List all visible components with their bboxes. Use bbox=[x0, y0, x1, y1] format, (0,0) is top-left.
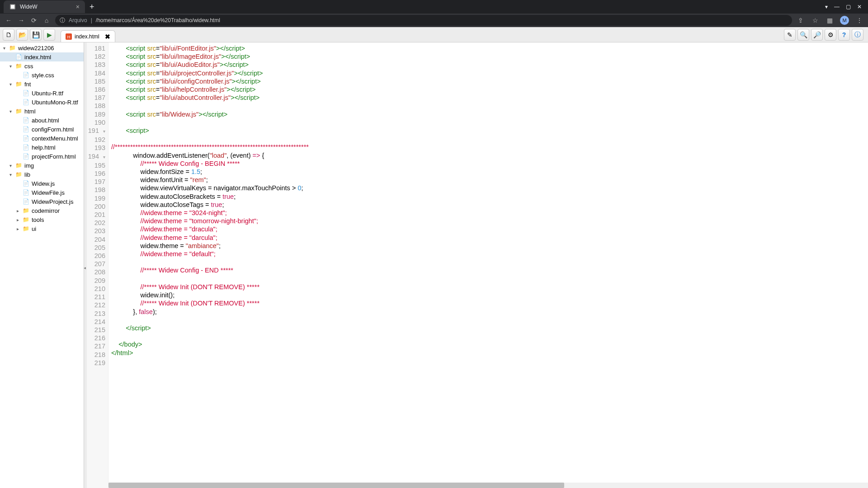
tree-file-UbuntuMono-R.ttf[interactable]: UbuntuMono-R.ttf bbox=[0, 98, 84, 107]
code-line[interactable]: }, false); bbox=[111, 308, 868, 316]
line-number[interactable]: 190 bbox=[87, 118, 105, 127]
save-button[interactable]: 💾 bbox=[30, 29, 42, 41]
tree-file-about.html[interactable]: about.html bbox=[0, 116, 84, 125]
editor-tab-close-button[interactable]: ✖ bbox=[105, 33, 110, 40]
code-line[interactable]: widew.autoCloseTags = true; bbox=[111, 201, 868, 209]
code-line[interactable]: <script src="lib/ui/FontEditor.js"></scr… bbox=[111, 44, 868, 52]
new-tab-button[interactable]: + bbox=[85, 2, 99, 12]
code-line[interactable]: widew.fontUnit = "rem"; bbox=[111, 176, 868, 184]
tab-search-caret-icon[interactable]: ▾ bbox=[825, 4, 828, 10]
line-number[interactable]: 214 bbox=[87, 318, 105, 326]
disclosure-triangle-icon[interactable]: ▸ bbox=[15, 217, 20, 222]
line-number[interactable]: 184 bbox=[87, 69, 105, 77]
tree-folder-lib[interactable]: ▾lib bbox=[0, 170, 84, 179]
code-line[interactable]: //***** Widew Config - BEGIN ***** bbox=[111, 160, 868, 168]
code-line[interactable]: //widew.theme = "default"; bbox=[111, 250, 868, 258]
line-number[interactable]: 216 bbox=[87, 334, 105, 342]
code-line[interactable] bbox=[111, 275, 868, 283]
line-number[interactable]: 181 bbox=[87, 44, 105, 52]
line-number[interactable]: 211 bbox=[87, 293, 105, 301]
edit-button[interactable]: ✎ bbox=[784, 29, 796, 41]
code-line[interactable]: <script src="lib/ui/projectController.js… bbox=[111, 69, 868, 77]
code-line[interactable] bbox=[111, 135, 868, 143]
nav-reload-button[interactable]: ⟳ bbox=[30, 17, 38, 24]
help-button[interactable]: ? bbox=[838, 29, 850, 41]
code-line[interactable]: <script src="lib/ui/aboutController.js">… bbox=[111, 94, 868, 102]
code-line[interactable]: </body> bbox=[111, 340, 868, 348]
tree-file-contextMenu.html[interactable]: contextMenu.html bbox=[0, 134, 84, 143]
browser-menu-button[interactable]: ⋮ bbox=[855, 17, 863, 24]
address-field[interactable]: ⓘ Arquivo | /home/marcos/Área%20de%20Tra… bbox=[55, 15, 792, 26]
disclosure-triangle-icon[interactable]: ▾ bbox=[8, 64, 13, 69]
line-number[interactable]: 208 bbox=[87, 268, 105, 276]
code-line[interactable]: <script src="lib/ui/configController.js"… bbox=[111, 77, 868, 85]
tree-folder-html[interactable]: ▾html bbox=[0, 107, 84, 116]
code-line[interactable] bbox=[111, 102, 868, 110]
line-number[interactable]: 212 bbox=[87, 301, 105, 309]
line-number-gutter[interactable]: 181182183184185186187188189190191▾192193… bbox=[87, 42, 108, 488]
code-line[interactable]: //widew.theme = "3024-night"; bbox=[111, 209, 868, 217]
bookmark-button[interactable]: ☆ bbox=[811, 17, 819, 24]
nav-back-button[interactable]: ← bbox=[5, 17, 13, 24]
line-number[interactable]: 188 bbox=[87, 102, 105, 110]
file-tree-sidebar[interactable]: ▾widew221206index.html▾cssstyle.css▾fntU… bbox=[0, 42, 84, 488]
tree-folder-widew221206[interactable]: ▾widew221206 bbox=[0, 43, 84, 52]
code-line[interactable]: <script src="lib/ui/AudioEditor.js"></sc… bbox=[111, 61, 868, 69]
line-number[interactable]: 187 bbox=[87, 94, 105, 102]
code-line[interactable]: </html> bbox=[111, 349, 868, 357]
tree-file-Ubuntu-R.ttf[interactable]: Ubuntu-R.ttf bbox=[0, 89, 84, 98]
code-line[interactable]: widew.init(); bbox=[111, 291, 868, 299]
line-number[interactable]: 183 bbox=[87, 61, 105, 69]
tree-folder-css[interactable]: ▾css bbox=[0, 61, 84, 70]
line-number[interactable]: 186 bbox=[87, 85, 105, 94]
find-button[interactable]: 🔍 bbox=[797, 29, 809, 41]
tree-file-configForm.html[interactable]: configForm.html bbox=[0, 125, 84, 134]
code-line[interactable]: <script> bbox=[111, 127, 868, 135]
tree-folder-img[interactable]: ▾img bbox=[0, 161, 84, 170]
line-number[interactable]: 194▾ bbox=[87, 152, 105, 161]
tree-file-WidewProject.js[interactable]: WidewProject.js bbox=[0, 197, 84, 206]
code-line[interactable]: <script src="lib/Widew.js"></script> bbox=[111, 110, 868, 118]
new-file-button[interactable]: 🗋 bbox=[3, 29, 14, 41]
window-maximize-button[interactable]: ▢ bbox=[846, 4, 851, 10]
code-line[interactable] bbox=[111, 316, 868, 324]
code-line[interactable]: widew.autoCloseBrackets = true; bbox=[111, 192, 868, 201]
line-number[interactable]: 201 bbox=[87, 211, 105, 219]
fold-marker-icon[interactable]: ▾ bbox=[100, 127, 105, 136]
line-number[interactable]: 189 bbox=[87, 110, 105, 118]
tree-file-projectForm.html[interactable]: projectForm.html bbox=[0, 152, 84, 161]
line-number[interactable]: 195 bbox=[87, 161, 105, 169]
tree-folder-tools[interactable]: ▸tools bbox=[0, 215, 84, 224]
code-line[interactable]: window.addEventListener("load", (event) … bbox=[111, 151, 868, 160]
code-line[interactable] bbox=[111, 258, 868, 266]
run-button[interactable]: ▶ bbox=[43, 29, 55, 41]
line-number[interactable]: 218 bbox=[87, 351, 105, 359]
line-number[interactable]: 217 bbox=[87, 342, 105, 350]
tree-file-Widew.js[interactable]: Widew.js bbox=[0, 179, 84, 188]
editor-tab-active[interactable]: H index.html ✖ bbox=[61, 30, 115, 42]
browser-tab-active[interactable]: WideW × bbox=[4, 0, 85, 13]
settings-button[interactable]: ⚙ bbox=[825, 29, 836, 41]
disclosure-triangle-icon[interactable]: ▸ bbox=[15, 208, 20, 213]
line-number[interactable]: 199 bbox=[87, 194, 105, 202]
code-line[interactable]: //widew.theme = "tomorrow-night-bright"; bbox=[111, 217, 868, 225]
code-line[interactable]: //***** Widew Config - END ***** bbox=[111, 266, 868, 274]
disclosure-triangle-icon[interactable]: ▾ bbox=[8, 172, 13, 177]
line-number[interactable]: 207 bbox=[87, 260, 105, 268]
tree-file-help.html[interactable]: help.html bbox=[0, 143, 84, 152]
tree-file-index.html[interactable]: index.html bbox=[0, 52, 84, 61]
code-line[interactable]: widew.theme = "ambiance"; bbox=[111, 242, 868, 250]
line-number[interactable]: 198 bbox=[87, 186, 105, 194]
side-panel-button[interactable]: ▦ bbox=[826, 17, 834, 24]
code-line[interactable] bbox=[111, 357, 868, 365]
line-number[interactable]: 210 bbox=[87, 285, 105, 293]
code-line[interactable]: </script> bbox=[111, 324, 868, 332]
find-replace-button[interactable]: 🔎 bbox=[811, 29, 823, 41]
disclosure-triangle-icon[interactable]: ▾ bbox=[8, 163, 13, 168]
line-number[interactable]: 196 bbox=[87, 169, 105, 178]
browser-tab-close-icon[interactable]: × bbox=[76, 3, 80, 10]
line-number[interactable]: 202 bbox=[87, 219, 105, 227]
open-folder-button[interactable]: 📂 bbox=[16, 29, 28, 41]
line-number[interactable]: 204 bbox=[87, 235, 105, 244]
line-number[interactable]: 193 bbox=[87, 144, 105, 152]
